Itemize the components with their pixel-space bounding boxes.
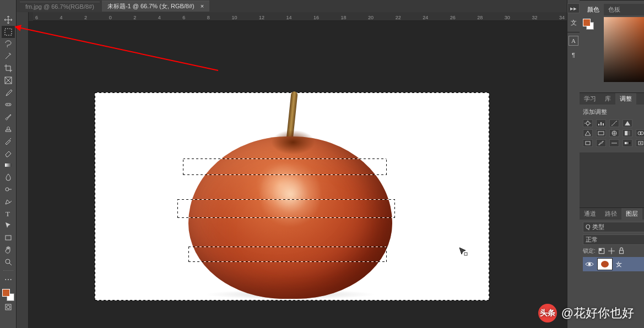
dock-collapse-icon[interactable]: ▸▸ — [567, 3, 580, 13]
svg-point-25 — [640, 143, 641, 144]
hand-tool[interactable] — [2, 244, 15, 256]
watermark-badge: 头条 — [538, 304, 557, 322]
history-brush-tool[interactable] — [2, 135, 15, 147]
clone-stamp-tool[interactable] — [2, 123, 15, 135]
brush-tool[interactable] — [2, 111, 15, 123]
quick-mask-tool[interactable] — [2, 301, 15, 313]
document-tab-bar: fm.jpg @ 66.7%(RGB/8#) 未标题-1 @ 66.7% (女,… — [17, 0, 644, 12]
svg-point-29 — [588, 263, 591, 265]
lock-position-icon[interactable] — [608, 247, 615, 255]
healing-brush-tool[interactable] — [2, 99, 15, 111]
magic-wand-tool[interactable] — [2, 50, 15, 62]
lock-pixels-icon[interactable] — [598, 247, 605, 255]
color-ramp[interactable] — [604, 17, 644, 82]
dock-icon-strip: ▸▸ 文 A ¶ — [567, 0, 580, 328]
gradient-tool[interactable] — [2, 159, 15, 171]
svg-point-12 — [586, 122, 589, 125]
svg-text:T: T — [6, 210, 10, 218]
svg-rect-3 — [5, 163, 12, 167]
path-selection-tool[interactable] — [2, 220, 15, 232]
lock-all-icon[interactable] — [618, 247, 625, 255]
layers-panel: 通道 路径 图层 Q 类型 正常 锁定: 女 — [580, 207, 644, 274]
document-tab-inactive[interactable]: fm.jpg @ 66.7%(RGB/8#) — [20, 2, 100, 11]
layers-tab[interactable]: 图层 — [621, 208, 642, 220]
svg-rect-0 — [5, 29, 12, 35]
color-tab[interactable]: 颜色 — [583, 4, 604, 15]
watermark: 头条 @花好你也好 — [538, 304, 634, 322]
lock-label: 锁定: — [583, 247, 596, 255]
eyedropper-tool[interactable] — [2, 86, 15, 99]
visibility-eye-icon[interactable] — [585, 260, 594, 269]
close-tab-icon[interactable]: × — [201, 3, 204, 9]
photo-filter-icon[interactable] — [636, 129, 644, 137]
dock-type-icon[interactable]: A — [569, 36, 578, 46]
document-tab-active[interactable]: 未标题-1 @ 66.7% (女, RGB/8#) × — [102, 1, 209, 12]
toolbox: T ⋯ — [0, 0, 17, 328]
paths-tab[interactable]: 路径 — [600, 208, 621, 220]
pen-tool[interactable] — [2, 195, 15, 207]
vibrance-adjustment-icon[interactable] — [583, 129, 593, 137]
svg-point-4 — [6, 188, 9, 191]
edit-toolbar-icon[interactable]: ⋯ — [2, 274, 15, 286]
layer-filter-select[interactable]: Q 类型 — [583, 222, 644, 232]
hue-adjustment-icon[interactable] — [596, 129, 606, 137]
lasso-tool[interactable] — [2, 38, 15, 50]
threshold-icon[interactable] — [609, 139, 619, 147]
type-tool[interactable]: T — [2, 207, 15, 220]
dock-paragraph-icon[interactable]: ¶ — [567, 49, 580, 61]
svg-point-21 — [640, 132, 643, 135]
dock-doc-icon[interactable]: 文 — [567, 17, 580, 29]
frame-tool[interactable] — [2, 74, 15, 86]
rectangle-tool[interactable] — [2, 232, 15, 244]
layer-name-label[interactable]: 女 — [616, 260, 622, 269]
zoom-tool[interactable] — [2, 256, 15, 268]
svg-rect-6 — [6, 236, 11, 240]
right-dock: ▸▸ 文 A ¶ 颜色 色板 学习 库 调整 添加调整 — [567, 0, 644, 328]
color-balance-icon[interactable] — [609, 129, 619, 137]
marquee-tool[interactable] — [2, 26, 15, 38]
blend-mode-select[interactable]: 正常 — [583, 234, 644, 245]
exposure-adjustment-icon[interactable] — [623, 119, 632, 127]
lock-row: 锁定: — [583, 247, 644, 255]
panel-gap — [580, 152, 644, 207]
learn-tab[interactable]: 学习 — [580, 93, 600, 105]
channels-tab[interactable]: 通道 — [580, 208, 600, 220]
canvas-workspace — [29, 21, 567, 328]
posterize-icon[interactable] — [596, 139, 606, 147]
layer-thumbnail — [597, 258, 613, 270]
mouse-cursor-icon — [458, 247, 468, 256]
invert-adjustment-icon[interactable] — [583, 139, 593, 147]
move-tool[interactable] — [2, 14, 15, 26]
panel-color-swatches[interactable] — [583, 19, 594, 30]
svg-rect-27 — [599, 248, 602, 251]
svg-rect-19 — [627, 131, 630, 135]
watermark-text: @花好你也好 — [561, 305, 634, 321]
ruler-horizontal: 642 024 6810 121416 182022 242628 303234 — [33, 12, 567, 21]
eraser-tool[interactable] — [2, 147, 15, 159]
swatches-tab[interactable]: 色板 — [604, 4, 625, 15]
levels-adjustment-icon[interactable] — [596, 119, 606, 127]
document-canvas[interactable] — [95, 92, 489, 300]
svg-rect-16 — [598, 132, 604, 135]
svg-rect-23 — [625, 142, 630, 144]
svg-rect-10 — [464, 253, 467, 255]
libraries-tab[interactable]: 库 — [600, 93, 615, 105]
dock-panels: 颜色 色板 学习 库 调整 添加调整 — [580, 0, 644, 328]
gradient-map-icon[interactable] — [623, 139, 632, 147]
curves-adjustment-icon[interactable] — [609, 119, 619, 127]
brightness-adjustment-icon[interactable] — [583, 119, 593, 127]
color-swatches[interactable] — [2, 289, 14, 301]
bw-adjustment-icon[interactable] — [623, 129, 632, 137]
layer-item[interactable]: 女 — [583, 257, 644, 271]
svg-rect-13 — [598, 124, 599, 125]
foreground-color-swatch[interactable] — [2, 289, 10, 297]
adjustments-tab[interactable]: 调整 — [615, 93, 636, 105]
document-tab-label: 未标题-1 @ 66.7% (女, RGB/8#) — [107, 3, 194, 9]
dodge-tool[interactable] — [2, 183, 15, 195]
svg-rect-22 — [586, 141, 590, 145]
selective-color-icon[interactable] — [636, 139, 644, 147]
crop-tool[interactable] — [2, 62, 15, 74]
blur-tool[interactable] — [2, 171, 15, 183]
color-panel: 颜色 色板 — [580, 0, 644, 92]
dock-divider-icon — [567, 32, 580, 32]
